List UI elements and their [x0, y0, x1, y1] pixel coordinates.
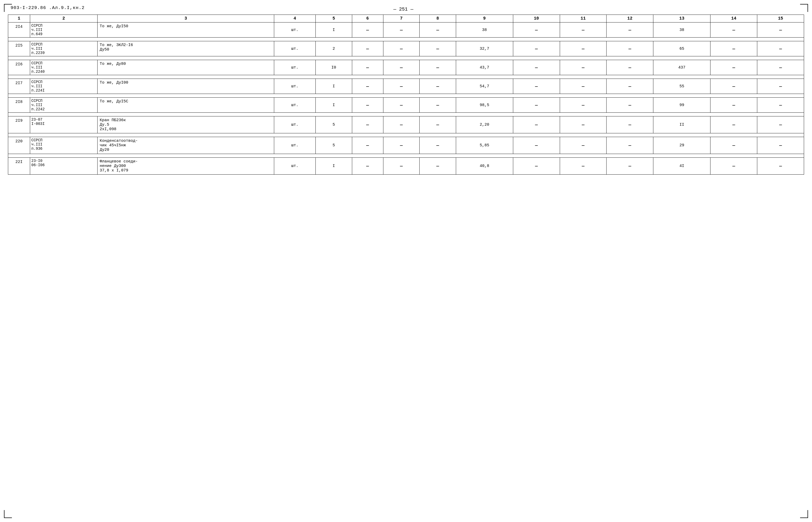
table-cell: — [607, 158, 653, 175]
corner-tl [4, 4, 12, 4]
table-cell: 2I7 [8, 79, 30, 94]
table-cell: I [316, 98, 352, 113]
table-cell: — [710, 98, 757, 113]
table-cell: — [383, 137, 420, 154]
table-cell: — [383, 60, 420, 75]
col-header-3: 3 [97, 15, 274, 22]
table-cell: I [316, 79, 352, 94]
table-cell: — [710, 41, 757, 56]
table-cell: 99 [653, 98, 710, 113]
table-cell: — [352, 116, 383, 133]
col-header-6: 6 [352, 15, 383, 22]
table-cell: — [607, 60, 653, 75]
table-cell: I0 [316, 60, 352, 75]
table-cell: — [560, 98, 607, 113]
col-header-2: 2 [30, 15, 97, 22]
table-cell: — [710, 22, 757, 38]
col-header-1: 1 [8, 15, 30, 22]
table-cell: — [560, 41, 607, 56]
table-cell: — [757, 98, 804, 113]
table-cell: — [513, 60, 560, 75]
table-cell: — [560, 79, 607, 94]
table-cell: — [560, 137, 607, 154]
table-cell: — [352, 158, 383, 175]
table-cell: — [607, 98, 653, 113]
table-cell: 220 [8, 137, 30, 154]
table-cell: 38 [456, 22, 513, 38]
table-cell: 65 [653, 41, 710, 56]
table-cell: — [420, 79, 456, 94]
table-cell: ССРСП ч.III п.2242 [30, 98, 97, 113]
table-cell: — [383, 79, 420, 94]
table-cell: 2,20 [456, 116, 513, 133]
table-cell: — [383, 116, 420, 133]
table-cell: — [513, 41, 560, 56]
table-cell: — [710, 60, 757, 75]
table-cell: шт. [274, 158, 315, 175]
table-cell: 5,85 [456, 137, 513, 154]
table-cell: — [560, 116, 607, 133]
table-cell: — [352, 137, 383, 154]
table-cell: 38 [653, 22, 710, 38]
table-cell: То же, ЗКЛ2-I6 Ду50 [97, 41, 274, 56]
table-cell: 22I [8, 158, 30, 175]
table-cell: 23-07 I-003I [30, 116, 97, 133]
table-cell: 5 [316, 116, 352, 133]
col-header-12: 12 [607, 15, 653, 22]
table-cell: ССРСП ч.III п.2239 [30, 41, 97, 56]
table-cell: 5 [316, 137, 352, 154]
table-cell: Конденсатоотвод- чик 45чI5нж Ду20 [97, 137, 274, 154]
col-header-11: 11 [560, 15, 607, 22]
corner-tr [800, 4, 808, 4]
col-header-8: 8 [420, 15, 456, 22]
table-cell: 2I8 [8, 98, 30, 113]
page-number: — 251 — [85, 5, 722, 12]
main-table: 1 2 3 4 5 6 7 8 9 10 11 12 13 14 15 2I4С… [8, 15, 804, 175]
col-header-13: 13 [653, 15, 710, 22]
table-cell: II [653, 116, 710, 133]
table-cell: — [383, 41, 420, 56]
table-cell: — [607, 79, 653, 94]
table-cell: — [352, 60, 383, 75]
table-cell: 437 [653, 60, 710, 75]
page-header: 903-I-229.86 .Ал.9.I,кн.2 — 251 — [8, 5, 804, 12]
table-cell: — [710, 137, 757, 154]
col-header-9: 9 [456, 15, 513, 22]
row-spacer [8, 94, 804, 98]
table-cell: — [560, 158, 607, 175]
table-cell: 40,8 [456, 158, 513, 175]
table-cell: 2 [316, 41, 352, 56]
table-cell: шт. [274, 79, 315, 94]
table-cell: — [757, 41, 804, 56]
row-spacer [8, 75, 804, 79]
table-cell: — [383, 158, 420, 175]
table-cell: 2I5 [8, 41, 30, 56]
table-cell: — [513, 158, 560, 175]
col-header-5: 5 [316, 15, 352, 22]
table-cell: 54,7 [456, 79, 513, 94]
table-cell: шт. [274, 60, 315, 75]
table-cell: — [560, 60, 607, 75]
table-cell: 2I4 [8, 22, 30, 38]
table-cell: — [352, 98, 383, 113]
table-row: 2I6ССРСП ч.III п.2240То же, Ду80шт.I0———… [8, 60, 804, 75]
table-cell: 2I9 [8, 116, 30, 133]
col-header-7: 7 [383, 15, 420, 22]
table-cell: — [420, 60, 456, 75]
row-spacer [8, 133, 804, 137]
table-cell: — [710, 116, 757, 133]
table-cell: — [352, 79, 383, 94]
col-header-14: 14 [710, 15, 757, 22]
table-cell: — [420, 116, 456, 133]
table-header-row: 1 2 3 4 5 6 7 8 9 10 11 12 13 14 15 [8, 15, 804, 22]
table-cell: — [757, 137, 804, 154]
table-cell: — [420, 98, 456, 113]
table-row: 2I4ССРСП ч.III п.649То же, ДуI50шт.I———3… [8, 22, 804, 38]
table-cell: 43,7 [456, 60, 513, 75]
table-cell: — [757, 22, 804, 38]
table-cell: I [316, 22, 352, 38]
table-cell: — [607, 41, 653, 56]
table-cell: — [710, 158, 757, 175]
table-cell: — [513, 116, 560, 133]
table-row: 2I923-07 I-003IКран ПБ236к Ду.5 2хI,098ш… [8, 116, 804, 133]
